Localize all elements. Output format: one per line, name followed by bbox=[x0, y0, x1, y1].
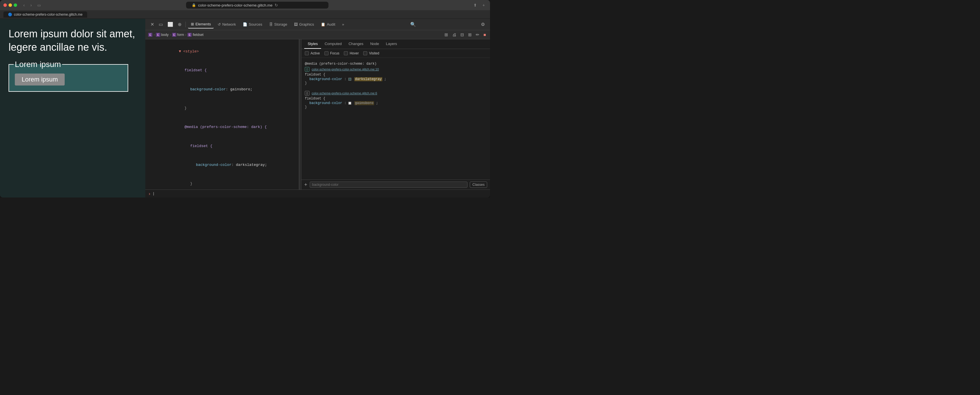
css-prop: background-color bbox=[196, 163, 232, 167]
flex-icon[interactable]: ⊞ bbox=[467, 32, 473, 38]
css-rule-base: {} color-scheme-prefers-color-scheme.gli… bbox=[301, 89, 490, 111]
refresh-button[interactable]: ↻ bbox=[275, 3, 278, 7]
tab-styles[interactable]: Styles bbox=[304, 39, 321, 49]
breadcrumb-e1[interactable]: E bbox=[148, 33, 153, 37]
dock-button[interactable]: ⬜ bbox=[166, 21, 175, 28]
breadcrumb-fieldset-tag: E bbox=[188, 33, 192, 37]
tab-audit[interactable]: 📋 Audit bbox=[318, 21, 338, 28]
devtools-toolbar: ✕ ▭ ⬜ ⊕ ⊞ Elements ↺ Network 📄 Sources bbox=[145, 19, 490, 30]
rule-semi-1: ; bbox=[384, 77, 386, 81]
html-line[interactable]: background-color: gainsboro; bbox=[145, 80, 299, 99]
title-bar: ‹ › ▭ 🔒 color-scheme-prefers-color-schem… bbox=[0, 0, 490, 10]
fieldset-legend: Lorem ipsum bbox=[14, 60, 62, 69]
lock-icon: 🔒 bbox=[192, 3, 196, 7]
breadcrumb-form-label: form bbox=[177, 33, 184, 37]
css-at: @media (prefers-color-scheme: dark) { bbox=[185, 125, 267, 129]
settings-button[interactable]: ⚙ bbox=[479, 21, 487, 28]
breadcrumb-body[interactable]: E body bbox=[156, 33, 169, 37]
html-line[interactable]: fieldset { bbox=[145, 61, 299, 80]
target-button[interactable]: ⊕ bbox=[176, 21, 183, 28]
hover-checkbox[interactable] bbox=[344, 51, 348, 55]
focus-label: Focus bbox=[330, 51, 340, 55]
toggle-hover[interactable]: Hover bbox=[344, 51, 359, 55]
elements-label: Elements bbox=[196, 22, 211, 26]
filter-input[interactable] bbox=[310, 182, 468, 188]
new-tab-button[interactable]: + bbox=[481, 2, 487, 8]
content-area: Lorem ipsum dolor sit amet, legere ancil… bbox=[0, 19, 490, 198]
forward-button[interactable]: › bbox=[29, 2, 33, 8]
breadcrumb-body-label: body bbox=[161, 33, 169, 37]
tab-network[interactable]: ↺ Network bbox=[215, 21, 239, 28]
console-cursor[interactable]: | bbox=[153, 191, 155, 196]
tab-changes[interactable]: Changes bbox=[345, 39, 367, 49]
classes-button[interactable]: Classes bbox=[470, 182, 487, 188]
html-line[interactable]: } bbox=[145, 174, 299, 190]
tab-node[interactable]: Node bbox=[367, 39, 382, 49]
breadcrumb-e1-tag: E bbox=[148, 33, 153, 37]
tab-more[interactable]: » bbox=[339, 21, 347, 28]
toggle-active[interactable]: Active bbox=[305, 51, 320, 55]
html-line[interactable]: ▼ <style> bbox=[145, 42, 299, 61]
css-selector: fieldset { bbox=[185, 68, 207, 72]
rule-source-link-1[interactable]: color-scheme-prefers-color-scheme.glitch… bbox=[312, 67, 379, 71]
audit-label: Audit bbox=[327, 22, 335, 27]
back-button[interactable]: ‹ bbox=[22, 2, 27, 8]
browser-tab[interactable]: 🔵 color-scheme-prefers-color-scheme.glit… bbox=[3, 11, 87, 18]
html-line[interactable]: @media (prefers-color-scheme: dark) { bbox=[145, 118, 299, 137]
active-checkbox[interactable] bbox=[305, 51, 309, 55]
minimize-button[interactable] bbox=[8, 3, 12, 7]
css-val: darkslategray; bbox=[236, 163, 267, 167]
toggle-focus[interactable]: Focus bbox=[325, 51, 340, 55]
fieldset-demo: Lorem ipsum Lorem ipsum bbox=[8, 60, 128, 92]
url-bar[interactable]: 🔒 color-scheme-prefers-color-scheme.glit… bbox=[186, 2, 328, 8]
url-bar-container: 🔒 color-scheme-prefers-color-scheme.glit… bbox=[45, 2, 469, 8]
graphics-icon: 🖼 bbox=[294, 22, 298, 27]
html-line[interactable]: background-color: darkslategray; bbox=[145, 156, 299, 174]
color-swatch-2 bbox=[348, 102, 351, 105]
breadcrumb-sep1: › bbox=[154, 33, 155, 37]
breadcrumb-fieldset-label: fieldset bbox=[192, 33, 204, 37]
tab-graphics[interactable]: 🖼 Graphics bbox=[291, 21, 317, 28]
breadcrumb-form[interactable]: E form bbox=[172, 33, 184, 37]
tab-computed[interactable]: Computed bbox=[321, 39, 345, 49]
html-editor[interactable]: ▼ <style> fieldset { background-color: g… bbox=[145, 39, 299, 190]
undock-button[interactable]: ▭ bbox=[157, 21, 165, 28]
html-line[interactable]: fieldset { bbox=[145, 137, 299, 155]
css-rule-media: @media (prefers-color-scheme: dark) {} c… bbox=[301, 60, 490, 87]
visited-checkbox[interactable] bbox=[363, 51, 367, 55]
search-button[interactable]: 🔍 bbox=[409, 21, 418, 28]
print-icon[interactable]: 🖨 bbox=[451, 32, 458, 38]
tab-layers[interactable]: Layers bbox=[383, 39, 401, 49]
color-picker-icon[interactable]: ■ bbox=[482, 32, 487, 38]
close-devtools-button[interactable]: ✕ bbox=[149, 21, 156, 28]
rule-body-2: background-color : gainsboro ; bbox=[305, 101, 487, 105]
layout-icon[interactable]: ⊞ bbox=[443, 32, 449, 38]
breadcrumb-fieldset[interactable]: E fieldset bbox=[188, 33, 204, 37]
grid-icon[interactable]: ⊟ bbox=[459, 32, 465, 38]
sidebar-button[interactable]: ▭ bbox=[36, 3, 43, 8]
visited-label: Visited bbox=[369, 51, 379, 55]
css-selector: fieldset { bbox=[190, 144, 213, 148]
share-button[interactable]: ⬆ bbox=[472, 2, 479, 8]
breadcrumb-tools: ⊞ 🖨 ⊟ ⊞ ✏ ■ bbox=[443, 32, 487, 38]
close-button[interactable] bbox=[3, 3, 7, 7]
tab-elements[interactable]: ⊞ Elements bbox=[188, 20, 214, 29]
demo-button[interactable]: Lorem ipsum bbox=[15, 73, 65, 86]
add-rule-button[interactable]: + bbox=[304, 182, 307, 188]
element-breadcrumb: E › E body › E form › E fieldset ⊞ bbox=[145, 30, 490, 39]
rule-source-link-2[interactable]: color-scheme-prefers-color-scheme.glitch… bbox=[312, 91, 377, 95]
browser-window: ‹ › ▭ 🔒 color-scheme-prefers-color-schem… bbox=[0, 0, 490, 198]
focus-checkbox[interactable] bbox=[325, 51, 328, 55]
tab-storage[interactable]: 🗄 Storage bbox=[266, 21, 290, 28]
devtools-body: ▼ <style> fieldset { background-color: g… bbox=[145, 39, 490, 190]
tab-sources[interactable]: 📄 Sources bbox=[240, 21, 265, 28]
paint-icon[interactable]: ✏ bbox=[475, 32, 480, 38]
toggle-visited[interactable]: Visited bbox=[363, 51, 379, 55]
html-line[interactable]: } bbox=[145, 99, 299, 118]
rule-prop-1: background-color bbox=[309, 77, 342, 81]
state-toggles: Active Focus Hover Visited bbox=[301, 49, 490, 58]
console-bar: › | bbox=[145, 190, 490, 198]
traffic-lights bbox=[3, 3, 17, 7]
breadcrumb-sep3: › bbox=[185, 33, 186, 37]
maximize-button[interactable] bbox=[14, 3, 17, 7]
